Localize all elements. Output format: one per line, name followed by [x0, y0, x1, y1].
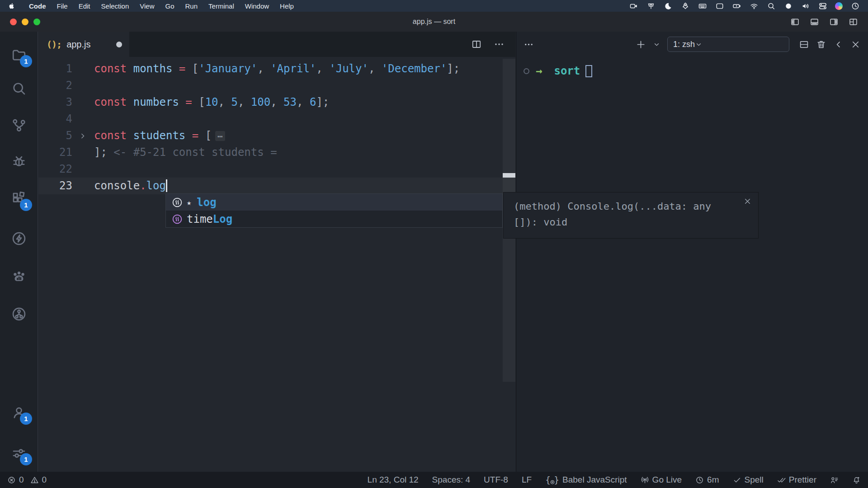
editor-actions [471, 32, 505, 57]
prompt-arrow-icon: → [536, 65, 542, 77]
record-icon[interactable] [783, 1, 793, 10]
code-line-3[interactable]: 3const numbers = [10, 5, 100, 53, 6]; [38, 94, 515, 111]
code-line-22[interactable]: 22 [38, 161, 515, 178]
chevron-left-icon[interactable] [833, 39, 844, 50]
rocket-icon[interactable] [680, 1, 690, 10]
status-item-cursor-position[interactable]: Ln 23, Col 12 [368, 475, 419, 485]
menu-go[interactable]: Go [160, 2, 180, 10]
suggest-item-log[interactable]: ★log [166, 194, 502, 211]
screen-mirroring-icon[interactable] [646, 1, 656, 10]
window-title-bar: app.js — sort [0, 12, 868, 32]
code-text: ]; <- #5-21 const students = [94, 144, 277, 161]
window-icon[interactable] [715, 1, 724, 10]
status-item-indentation[interactable]: Spaces: 4 [432, 475, 471, 485]
code-editor[interactable]: 1const months = ['January', 'April', 'Ju… [38, 57, 515, 472]
status-item-code-time[interactable]: 6m [695, 475, 719, 485]
status-item-spell-checker[interactable]: Spell [733, 475, 764, 485]
activity-bar-item-extensions[interactable]: 1 [0, 188, 38, 210]
status-item-label: 0 [42, 475, 47, 485]
activity-bar-item-explorer[interactable]: 1 [0, 44, 38, 66]
close-panel-icon[interactable] [850, 39, 861, 50]
status-item-warning-icon[interactable]: 0 [30, 475, 47, 485]
editor-group: (); app.js 1const months = ['January', '… [38, 32, 515, 472]
tooltip-line-1: (method) Console.log(...data: any [514, 198, 736, 214]
terminal-profile-dropdown-icon[interactable] [653, 41, 660, 48]
new-terminal-icon[interactable] [636, 39, 646, 50]
layout-sidebar-left-icon[interactable] [790, 17, 800, 27]
activity-bar-item-code-time[interactable] [0, 266, 38, 287]
more-actions-icon[interactable] [494, 39, 505, 50]
code-line-23[interactable]: 23console.log [38, 178, 515, 194]
control-center-icon[interactable] [818, 1, 827, 10]
status-item-go-live[interactable]: Go Live [641, 475, 682, 485]
status-item-language-mode[interactable]: {}Babel JavaScript [545, 475, 627, 485]
minimize-window-button[interactable] [22, 19, 28, 25]
menu-file[interactable]: File [52, 2, 73, 10]
code-line-2[interactable]: 2 [38, 77, 515, 94]
menu-window[interactable]: Window [240, 2, 274, 10]
split-terminal-icon[interactable] [799, 39, 809, 50]
status-item-label: Spell [745, 475, 764, 485]
keyboard-icon[interactable] [698, 1, 707, 10]
terminal-shell-select[interactable]: 1: zsh [667, 37, 789, 52]
status-item-error-circle-icon[interactable]: 0 [7, 475, 24, 485]
activity-bar-item-manage[interactable]: 1 [0, 442, 38, 464]
code-line-4[interactable]: 4 [38, 111, 515, 127]
activity-bar-item-git-graph[interactable] [0, 303, 38, 325]
activity-bar-item-run-and-debug[interactable] [0, 150, 38, 172]
more-actions-icon[interactable] [524, 39, 534, 50]
clock-icon[interactable] [850, 1, 860, 10]
volume-icon[interactable] [801, 1, 810, 10]
menu-terminal[interactable]: Terminal [203, 2, 240, 10]
apple-icon[interactable] [8, 2, 17, 10]
code-line-5[interactable]: 5const students = [⋯ [38, 127, 515, 144]
close-window-button[interactable] [10, 19, 17, 25]
status-bar-right: Ln 23, Col 12Spaces: 4UTF-8LF{}Babel Jav… [368, 475, 861, 485]
code-text: const months = ['January', 'April', 'Jul… [94, 61, 460, 77]
layout-sidebar-right-icon[interactable] [829, 17, 839, 27]
status-item-encoding[interactable]: UTF-8 [484, 475, 508, 485]
activity-bar-item-accounts[interactable]: 1 [0, 402, 38, 423]
status-item-label: Babel JavaScript [562, 475, 627, 485]
menu-edit[interactable]: Edit [73, 2, 96, 10]
camera-icon[interactable] [629, 1, 638, 10]
close-icon[interactable] [743, 197, 752, 206]
crescent-icon[interactable] [663, 1, 673, 10]
suggest-item-timelog[interactable]: timeLog [166, 211, 502, 227]
activity-bar-item-search[interactable] [0, 78, 38, 99]
terminal-header: 1: zsh [516, 32, 868, 57]
zoom-window-button[interactable] [33, 19, 40, 25]
kill-terminal-icon[interactable] [816, 39, 826, 50]
customize-layout-icon[interactable] [849, 17, 858, 27]
layout-panel-icon[interactable] [810, 17, 819, 27]
intellisense-suggest-widget: ★logtimeLog [165, 193, 503, 228]
menu-selection[interactable]: Selection [96, 2, 135, 10]
activity-bar-item-source-control[interactable] [0, 114, 38, 136]
wifi-icon[interactable] [749, 1, 759, 10]
code-line-1[interactable]: 1const months = ['January', 'April', 'Ju… [38, 61, 515, 77]
status-item-prettier[interactable]: Prettier [777, 475, 816, 485]
terminal-output[interactable]: → sort [516, 57, 868, 79]
menu-run[interactable]: Run [180, 2, 203, 10]
code-line-21[interactable]: 21]; <- #5-21 const students = [38, 144, 515, 161]
menu-code[interactable]: Code [24, 2, 52, 10]
menu-help[interactable]: Help [274, 2, 299, 10]
tab-app-js[interactable]: (); app.js [38, 32, 129, 57]
activity-bar-item-thunder-client[interactable] [0, 228, 38, 249]
suggest-label-match: log [197, 196, 216, 209]
status-item-label: 0 [19, 475, 24, 485]
split-editor-icon[interactable] [471, 39, 482, 50]
status-item-notifications[interactable] [852, 476, 861, 484]
text-cursor [166, 179, 167, 192]
line-number: 21 [38, 144, 72, 161]
menu-view[interactable]: View [134, 2, 160, 10]
modified-dot-icon[interactable] [116, 42, 122, 47]
fold-chevron-icon[interactable] [78, 127, 89, 144]
search-icon[interactable] [766, 1, 776, 10]
app-menus: CodeFileEditSelectionViewGoRunTerminalWi… [24, 2, 299, 10]
status-item-screen-reader[interactable] [830, 476, 839, 484]
status-item-eol[interactable]: LF [522, 475, 532, 485]
code-text: const numbers = [10, 5, 100, 53, 6]; [94, 94, 329, 111]
battery-icon[interactable] [732, 1, 741, 10]
siri-icon[interactable] [835, 2, 843, 10]
